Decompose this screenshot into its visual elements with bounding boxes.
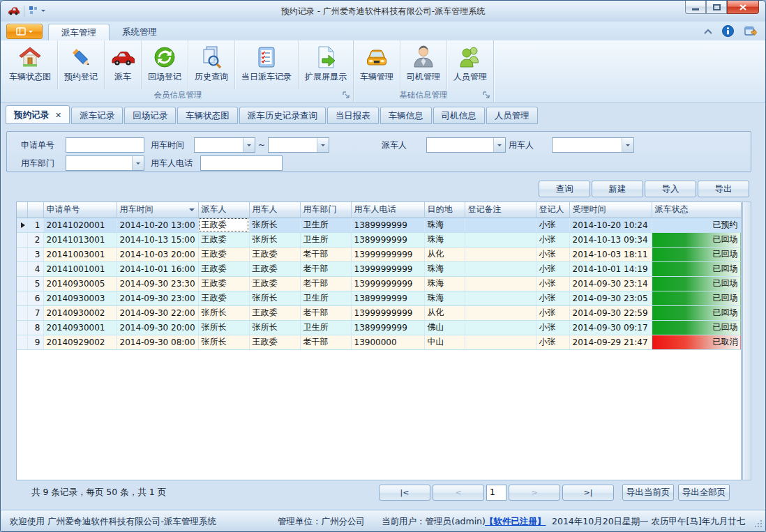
next-page-button[interactable]: > (509, 485, 560, 501)
grid-cell-user[interactable]: 张所长 (249, 320, 300, 335)
grid-cell-department[interactable]: 老干部 (300, 247, 351, 261)
doc-tab-9[interactable]: 人员管理 (486, 107, 538, 124)
import-button[interactable]: 导入 (645, 181, 696, 197)
switch-window-icon[interactable] (744, 25, 757, 37)
grid-cell-registrar[interactable]: 小张 (536, 305, 569, 320)
grid-cell-dispatcher[interactable]: 王政委 (198, 218, 249, 232)
quick-access-toolbar[interactable] (29, 6, 45, 15)
grid-cell-apply_no[interactable]: 20141020001 (43, 218, 117, 232)
page-number-input[interactable] (486, 485, 506, 501)
ribbon-button-driver[interactable]: 司机管理 (400, 40, 447, 89)
grid-cell-dispatcher[interactable]: 王政委 (198, 247, 249, 261)
grid-cell-destination[interactable]: 珠海 (424, 276, 465, 291)
user-combo[interactable] (552, 137, 634, 153)
grid-cell-accept_time[interactable]: 2014-09-30 23:14 (569, 276, 652, 291)
grid-cell-dispatcher[interactable]: 张所长 (198, 305, 249, 320)
grid-cell-registrar[interactable]: 小张 (536, 320, 569, 335)
column-header-registrar[interactable]: 登记人 (536, 202, 569, 218)
license-registered-link[interactable]: 【软件已注册】 (485, 510, 546, 532)
ribbon-button-checklist[interactable]: 当日派车记录 (235, 40, 299, 89)
grid-cell-apply_no[interactable]: 20140930005 (43, 276, 117, 291)
grid-cell-accept_time[interactable]: 2014-10-03 18:11 (569, 247, 652, 261)
ribbon-button-red-car[interactable]: 派车 (105, 40, 142, 89)
grid-cell-use_time[interactable]: 2014-10-13 15:00 (117, 232, 198, 247)
export-all-pages-button[interactable]: 导出全部页 (678, 484, 730, 501)
grid-cell-dispatcher[interactable]: 王政委 (198, 291, 249, 305)
grid-cell-registrar[interactable]: 小张 (536, 247, 569, 261)
grid-cell-dispatcher[interactable]: 王政委 (198, 261, 249, 276)
grid-cell-use_time[interactable]: 2014-09-30 22:00 (117, 305, 198, 320)
grid-cell-user[interactable]: 张所长 (249, 232, 300, 247)
prev-page-button[interactable]: < (433, 485, 484, 501)
grid-cell-apply_no[interactable]: 20140930003 (43, 291, 117, 305)
table-row[interactable]: 5201409300052014-09-30 23:30王政委王政委老干部139… (17, 276, 741, 291)
last-page-button[interactable]: >| (562, 485, 614, 501)
doc-tab-2[interactable]: 派车记录 (71, 107, 123, 124)
grid-cell-user_phone[interactable]: 1389999999 (351, 320, 424, 335)
grid-cell-apply_no[interactable]: 20141001001 (43, 261, 117, 276)
grid-cell-user_phone[interactable]: 1389999999 (351, 232, 424, 247)
dialog-launcher-icon[interactable] (342, 91, 350, 99)
table-row[interactable]: 9201409290022014-09-30 08:00张所长王政委老干部139… (17, 335, 741, 349)
table-row[interactable]: 2201410130012014-10-13 15:00王政委张所长卫生所138… (17, 232, 741, 247)
ribbon-button-green-refresh[interactable]: 回场登记 (142, 40, 188, 89)
column-header-user_phone[interactable]: 用车人电话 (351, 202, 424, 218)
doc-tab-6[interactable]: 当日报表 (327, 107, 379, 124)
grid-cell-dispatcher[interactable]: 张所长 (198, 335, 249, 349)
grid-cell-use_time[interactable]: 2014-09-30 08:00 (117, 335, 198, 349)
table-row[interactable]: 4201410010012014-10-01 16:00王政委王政委老干部139… (17, 261, 741, 276)
user-phone-input[interactable] (200, 155, 283, 171)
grid-cell-apply_no[interactable]: 20141003001 (43, 247, 117, 261)
column-header-department[interactable]: 用车部门 (300, 202, 351, 218)
grid-vertical-scrollbar[interactable] (742, 202, 751, 480)
ribbon-button-vehicle[interactable]: 车辆管理 (354, 40, 400, 89)
grid-cell-accept_time[interactable]: 2014-09-30 22:59 (569, 305, 652, 320)
grid-cell-registrar[interactable]: 小张 (536, 291, 569, 305)
grid-cell-user[interactable]: 王政委 (249, 276, 300, 291)
grid-cell-remark[interactable] (465, 276, 536, 291)
column-header-accept_time[interactable]: 受理时间 (569, 202, 652, 218)
grid-cell-accept_time[interactable]: 2014-10-20 10:24 (569, 218, 652, 232)
ribbon-button-pencil[interactable]: 预约登记 (58, 40, 105, 89)
close-tab-icon[interactable]: ✕ (55, 111, 61, 120)
grid-cell-destination[interactable]: 从化 (424, 305, 465, 320)
first-page-button[interactable]: |< (379, 485, 430, 501)
grid-cell-user[interactable]: 王政委 (249, 335, 300, 349)
ribbon-button-extend-screen[interactable]: 扩展屏显示 (299, 40, 353, 89)
grid-cell-accept_time[interactable]: 2014-10-01 14:19 (569, 261, 652, 276)
grid-cell-use_time[interactable]: 2014-09-30 23:30 (117, 276, 198, 291)
grid-cell-user[interactable]: 张所长 (249, 291, 300, 305)
grid-cell-department[interactable]: 卫生所 (300, 218, 351, 232)
grid-cell-accept_time[interactable]: 2014-09-29 21:47 (569, 335, 652, 349)
column-header-dispatcher[interactable]: 派车人 (198, 202, 249, 218)
grid-cell-department[interactable]: 卫生所 (300, 291, 351, 305)
doc-tab-4[interactable]: 车辆状态图 (177, 107, 238, 124)
grid-cell-user_phone[interactable]: 13999999999 (351, 247, 424, 261)
grid-cell-department[interactable]: 老干部 (300, 305, 351, 320)
grid-cell-user_phone[interactable]: 13900000 (351, 335, 424, 349)
grid-cell-department[interactable]: 卫生所 (300, 320, 351, 335)
grid-cell-registrar[interactable]: 小张 (536, 218, 569, 232)
grid-cell-department[interactable]: 老干部 (300, 335, 351, 349)
column-header-user[interactable]: 用车人 (249, 202, 300, 218)
table-row[interactable]: 8201409300012014-09-30 20:00张所长张所长卫生所138… (17, 320, 741, 335)
grid-cell-use_time[interactable]: 2014-10-01 16:00 (117, 261, 198, 276)
grid-cell-remark[interactable] (465, 335, 536, 349)
export-current-page-button[interactable]: 导出当前页 (622, 484, 674, 501)
grid-cell-dispatcher[interactable]: 王政委 (198, 276, 249, 291)
grid-cell-department[interactable]: 老干部 (300, 261, 351, 276)
close-button[interactable] (727, 1, 759, 14)
column-header-status[interactable]: 派车状态 (652, 202, 741, 218)
grid-cell-dispatcher[interactable]: 张所长 (198, 320, 249, 335)
grid-cell-status[interactable]: 已回场 (652, 276, 741, 291)
grid-cell-status[interactable]: 已取消 (652, 335, 741, 349)
resize-grip[interactable] (755, 520, 763, 530)
grid-cell-destination[interactable]: 珠海 (424, 291, 465, 305)
minimize-button[interactable] (685, 1, 706, 14)
doc-tab-1[interactable]: 预约记录✕ (6, 105, 70, 124)
grid-cell-status[interactable]: 已回场 (652, 291, 741, 305)
grid-cell-registrar[interactable]: 小张 (536, 232, 569, 247)
grid-cell-destination[interactable]: 珠海 (424, 218, 465, 232)
doc-tab-7[interactable]: 车辆信息 (380, 107, 432, 124)
grid-cell-remark[interactable] (465, 261, 536, 276)
